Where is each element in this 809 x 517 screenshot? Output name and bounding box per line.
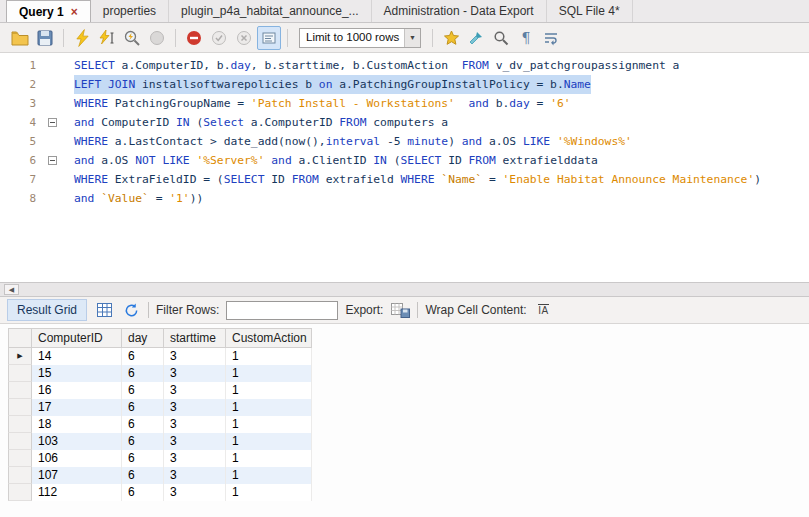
grid-cell[interactable]: 18 [32,416,122,433]
refresh-icon[interactable] [121,300,141,320]
table-row[interactable]: 15631 [8,365,809,382]
find-button[interactable] [489,26,513,50]
row-selector[interactable] [8,399,32,416]
grid-cell[interactable]: 1 [226,433,312,450]
table-row[interactable]: 17631 [8,399,809,416]
editor-result-splitter[interactable]: ◀ [0,282,809,297]
execute-button[interactable] [70,26,94,50]
rollback-button[interactable] [232,26,256,50]
grid-cell[interactable]: 3 [164,382,226,399]
table-row[interactable]: 112631 [8,484,809,501]
save-snippet-button[interactable] [439,26,463,50]
save-script-button[interactable] [33,26,57,50]
grid-cell[interactable]: 1 [226,450,312,467]
grid-cell[interactable]: 6 [122,365,164,382]
grid-cell[interactable]: 6 [122,467,164,484]
open-script-button[interactable] [8,26,32,50]
tab-properties[interactable]: properties [91,0,169,22]
editor-line[interactable]: 1SELECT a.ComputerID, b.day, b.starttime… [0,56,809,75]
grid-cell[interactable]: 1 [226,348,312,365]
table-row[interactable]: 103631 [8,433,809,450]
execute-current-button[interactable] [95,26,119,50]
grid-cell[interactable]: 6 [122,416,164,433]
row-selector[interactable] [8,365,32,382]
editor-line[interactable]: 4and ComputerID IN (Select a.ComputerID … [0,113,809,132]
grid-cell[interactable]: 6 [122,399,164,416]
stop-on-error-button[interactable] [182,26,206,50]
grid-cell[interactable]: 3 [164,484,226,501]
editor-line[interactable]: 2LEFT JOIN installsoftwarepolicies b on … [0,75,809,94]
grid-cell[interactable]: 3 [164,416,226,433]
editor-line[interactable]: 3WHERE PatchingGroupName = 'Patch Instal… [0,94,809,113]
tab-plugin-p4a-habitat-announce[interactable]: plugin_p4a_habitat_announce_... [169,0,372,22]
stop-button[interactable] [145,26,169,50]
column-header-starttime[interactable]: starttime [164,328,226,348]
autocommit-button[interactable] [257,26,281,50]
invisible-chars-button[interactable]: ¶ [514,26,538,50]
grid-cell[interactable]: 14 [32,348,122,365]
grid-cell[interactable]: 3 [164,467,226,484]
grid-cell[interactable]: 1 [226,467,312,484]
editor-line[interactable]: 8and `Value` = '1')) [0,189,809,208]
grid-cell[interactable]: 1 [226,484,312,501]
column-header-customaction[interactable]: CustomAction [226,328,312,348]
grid-cell[interactable]: 3 [164,365,226,382]
row-selector[interactable] [8,382,32,399]
current-row-indicator[interactable]: ▶ [8,348,32,365]
fold-collapse-icon[interactable] [48,156,57,165]
editor-line[interactable]: 5WHERE a.LastContact > date_add(now(),in… [0,132,809,151]
tab-query-1[interactable]: Query 1× [6,0,91,22]
beautify-button[interactable] [464,26,488,50]
grid-cell[interactable]: 16 [32,382,122,399]
explain-button[interactable] [120,26,144,50]
grid-cell[interactable]: 6 [122,433,164,450]
grid-corner-cell[interactable] [8,328,32,348]
grid-cell[interactable]: 6 [122,450,164,467]
table-row[interactable]: 18631 [8,416,809,433]
grid-cell[interactable]: 17 [32,399,122,416]
editor-line[interactable]: 6and a.OS NOT LIKE '%Server%' and a.Clie… [0,151,809,170]
grid-cell[interactable]: 112 [32,484,122,501]
code-line: WHERE a.LastContact > date_add(now(),int… [62,132,632,151]
sql-editor[interactable]: 1SELECT a.ComputerID, b.day, b.starttime… [0,53,809,282]
grid-cell[interactable]: 6 [122,382,164,399]
column-header-day[interactable]: day [122,328,164,348]
tab-administration-data-export[interactable]: Administration - Data Export [372,0,547,22]
row-selector[interactable] [8,467,32,484]
grid-cell[interactable]: 15 [32,365,122,382]
grid-cell[interactable]: 3 [164,433,226,450]
fold-collapse-icon[interactable] [48,118,57,127]
grid-cell[interactable]: 1 [226,399,312,416]
filter-rows-input[interactable] [226,301,338,320]
grid-cell[interactable]: 3 [164,450,226,467]
grid-cell[interactable]: 106 [32,450,122,467]
row-selector[interactable] [8,416,32,433]
limit-rows-dropdown[interactable]: Limit to 1000 rows▼ [299,28,421,48]
grid-cell[interactable]: 103 [32,433,122,450]
row-selector[interactable] [8,484,32,501]
editor-line[interactable]: 7WHERE ExtraFieldID = (SELECT ID FROM ex… [0,170,809,189]
tab-sql-file-4[interactable]: SQL File 4* [547,0,633,22]
row-selector[interactable] [8,450,32,467]
grid-cell[interactable]: 1 [226,382,312,399]
grid-cell[interactable]: 107 [32,467,122,484]
grid-cell[interactable]: 3 [164,348,226,365]
table-row[interactable]: 16631 [8,382,809,399]
wrap-text-button[interactable] [539,26,563,50]
table-row[interactable]: ▶14631 [8,348,809,365]
export-icon[interactable] [390,300,410,320]
tab-close-icon[interactable]: × [71,6,78,18]
grid-view-icon[interactable] [94,300,114,320]
grid-cell[interactable]: 3 [164,399,226,416]
grid-cell[interactable]: 6 [122,348,164,365]
grid-cell[interactable]: 1 [226,365,312,382]
table-row[interactable]: 107631 [8,467,809,484]
column-header-computerid[interactable]: ComputerID [32,328,122,348]
row-selector[interactable] [8,433,32,450]
table-row[interactable]: 106631 [8,450,809,467]
commit-button[interactable] [207,26,231,50]
wrap-cell-icon[interactable]: IA [534,300,554,320]
collapse-panel-icon[interactable]: ◀ [4,284,19,295]
grid-cell[interactable]: 1 [226,416,312,433]
grid-cell[interactable]: 6 [122,484,164,501]
